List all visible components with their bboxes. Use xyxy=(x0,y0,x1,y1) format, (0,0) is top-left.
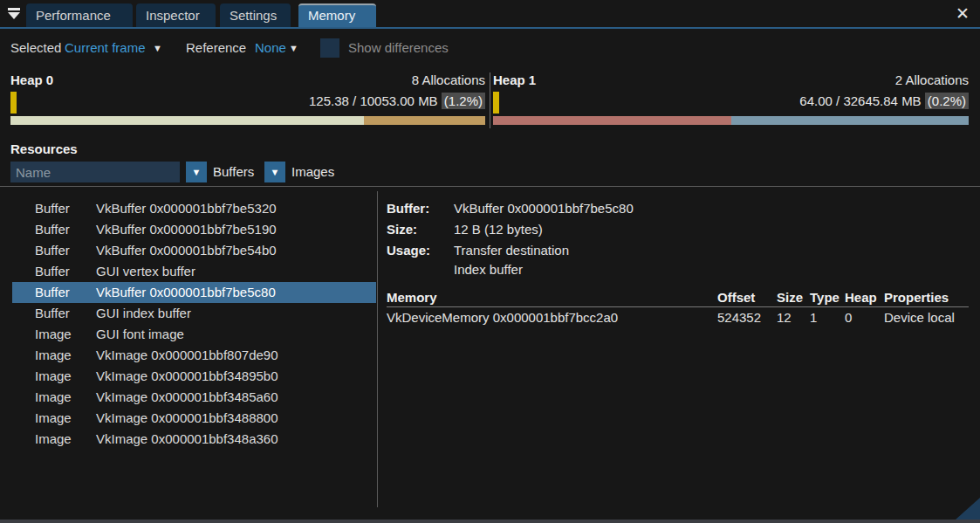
heap-1-marker xyxy=(493,92,499,114)
resource-name: VkImage 0x000001bbf3485a60 xyxy=(96,387,278,408)
collapse-panel-icon[interactable] xyxy=(7,7,21,21)
col-memory: Memory xyxy=(387,289,717,306)
resource-type: Image xyxy=(35,324,96,345)
heap-0-bar-segment-1 xyxy=(10,116,364,125)
resource-name: VkImage 0x000001bbf3488800 xyxy=(96,408,278,429)
heap-1-bar-segment-2 xyxy=(731,116,970,125)
resource-list-item[interactable]: BufferGUI index buffer xyxy=(12,303,376,324)
resource-list-item[interactable]: BufferVkBuffer 0x000001bbf7be54b0 xyxy=(12,240,376,261)
buffers-filter-dropdown[interactable]: ▼ xyxy=(186,162,207,182)
detail-usage-value-2: Index buffer xyxy=(454,261,523,279)
reference-label: Reference xyxy=(186,37,246,59)
resource-type: Image xyxy=(35,366,96,387)
resource-list: BufferVkBuffer 0x000001bbf7be5320 Buffer… xyxy=(0,198,377,450)
reference-dropdown-caret-icon[interactable]: ▼ xyxy=(289,37,298,59)
tab-underline xyxy=(0,27,980,29)
resource-name: VkBuffer 0x000001bbf7be5190 xyxy=(96,219,277,240)
name-filter-input[interactable] xyxy=(10,162,180,182)
bottom-edge xyxy=(0,520,980,523)
heap-divider xyxy=(490,72,490,128)
frame-controls: Selected Current frame ▼ Reference None … xyxy=(0,37,980,59)
heap-1-bar-segment-1 xyxy=(493,116,731,125)
heap-0-bar-segment-2 xyxy=(364,116,485,125)
col-size: Size xyxy=(777,289,810,306)
resource-details: Buffer: VkBuffer 0x000001bbf7be5c80 Size… xyxy=(387,198,969,279)
images-filter-caret-icon: ▼ xyxy=(271,167,280,177)
show-differences-checkbox[interactable] xyxy=(320,38,339,58)
col-properties: Properties xyxy=(884,289,969,306)
resource-name: VkBuffer 0x000001bbf7be54b0 xyxy=(96,240,277,261)
resource-list-item-selected[interactable]: BufferVkBuffer 0x000001bbf7be5c80 xyxy=(12,282,376,303)
tab-bar: Performance Inspector Settings Memory ✕ xyxy=(0,0,980,29)
memory-table: Memory Offset Size Type Heap Properties … xyxy=(387,289,969,327)
resource-type: Buffer xyxy=(35,240,96,261)
detail-size-value: 12 B (12 bytes) xyxy=(454,219,543,240)
selected-frame-dropdown-value[interactable]: Current frame xyxy=(65,37,146,59)
resource-list-item[interactable]: ImageVkImage 0x000001bbf807de90 xyxy=(12,345,376,366)
heap-0-allocations: 8 Allocations xyxy=(412,72,485,87)
memory-table-header: Memory Offset Size Type Heap Properties xyxy=(387,289,969,306)
heap-overview: Heap 0 8 Allocations 125.38 / 10053.00 M… xyxy=(0,72,980,128)
resource-list-item[interactable]: ImageVkImage 0x000001bbf34895b0 xyxy=(12,366,376,387)
resource-list-item[interactable]: BufferGUI vertex buffer xyxy=(12,261,376,282)
heap-1-usage: 64.00 / 32645.84 MB (0.2%) xyxy=(799,93,969,108)
show-differences-label: Show differences xyxy=(348,37,449,59)
col-heap: Heap xyxy=(845,289,884,306)
resize-grip[interactable] xyxy=(956,498,980,520)
resource-type: Image xyxy=(35,345,96,366)
heap-1-usage-bar xyxy=(493,116,969,125)
heap-0-title: Heap 0 xyxy=(10,72,53,87)
detail-usage-label: Usage: xyxy=(387,240,454,261)
cell-heap: 0 xyxy=(845,307,884,328)
cell-memory: VkDeviceMemory 0x000001bbf7bcc2a0 xyxy=(387,307,717,328)
resource-list-item[interactable]: ImageVkImage 0x000001bbf3485a60 xyxy=(12,387,376,408)
resource-list-item[interactable]: ImageVkImage 0x000001bbf348a360 xyxy=(12,429,376,450)
detail-buffer-label: Buffer: xyxy=(387,198,454,219)
detail-size-label: Size: xyxy=(387,219,454,240)
resource-type: Image xyxy=(35,387,96,408)
images-filter-dropdown[interactable]: ▼ xyxy=(264,162,285,182)
reference-dropdown-value[interactable]: None xyxy=(255,37,286,59)
detail-usage-spacer xyxy=(387,261,454,279)
buffers-filter-label: Buffers xyxy=(213,162,254,182)
tab-settings[interactable]: Settings xyxy=(220,3,291,27)
detail-usage-value-1: Transfer destination xyxy=(454,240,569,261)
col-type: Type xyxy=(810,289,845,306)
resource-name: GUI index buffer xyxy=(96,303,191,324)
heap-0-usage: 125.38 / 10053.00 MB (1.2%) xyxy=(309,93,485,108)
resource-type: Image xyxy=(35,408,96,429)
cell-properties: Device local xyxy=(884,307,969,328)
resources-filter-row: ▼ Buffers ▼ Images xyxy=(0,162,980,182)
resource-list-item[interactable]: BufferVkBuffer 0x000001bbf7be5190 xyxy=(12,219,376,240)
cell-type: 1 xyxy=(810,307,845,328)
buffers-filter-caret-icon: ▼ xyxy=(192,167,202,177)
close-icon[interactable]: ✕ xyxy=(956,4,970,24)
heap-1-allocations: 2 Allocations xyxy=(895,72,969,87)
tab-memory[interactable]: Memory xyxy=(298,3,376,27)
cell-size: 12 xyxy=(777,307,810,328)
selected-dropdown-caret-icon[interactable]: ▼ xyxy=(153,37,162,59)
resource-list-item[interactable]: ImageVkImage 0x000001bbf3488800 xyxy=(12,408,376,429)
heap-0-percent-badge: (1.2%) xyxy=(442,93,485,109)
resource-name: VkBuffer 0x000001bbf7be5320 xyxy=(96,198,277,219)
tab-performance[interactable]: Performance xyxy=(26,3,133,27)
memory-table-row: VkDeviceMemory 0x000001bbf7bcc2a0 524352… xyxy=(387,307,969,327)
resources-separator xyxy=(0,186,980,187)
heap-0-usage-text: 125.38 / 10053.00 MB xyxy=(309,93,438,108)
detail-buffer-value: VkBuffer 0x000001bbf7be5c80 xyxy=(454,198,634,219)
col-offset: Offset xyxy=(717,289,777,306)
resource-type: Buffer xyxy=(35,303,96,324)
collapse-icon-bar xyxy=(8,8,20,10)
resource-type: Buffer xyxy=(35,219,96,240)
memory-profiler-window: Performance Inspector Settings Memory ✕ … xyxy=(0,0,980,523)
resource-name: GUI vertex buffer xyxy=(96,261,195,282)
heap-1-percent-badge: (0.2%) xyxy=(925,93,969,109)
resource-list-item[interactable]: ImageGUI font image xyxy=(12,324,376,345)
selected-label: Selected xyxy=(10,37,61,59)
heap-0-usage-bar xyxy=(10,116,485,125)
resource-name: VkImage 0x000001bbf807de90 xyxy=(96,345,278,366)
cell-offset: 524352 xyxy=(717,307,777,328)
tab-inspector[interactable]: Inspector xyxy=(136,3,216,27)
resource-name: VkImage 0x000001bbf34895b0 xyxy=(96,366,278,387)
resource-list-item[interactable]: BufferVkBuffer 0x000001bbf7be5320 xyxy=(12,198,376,219)
